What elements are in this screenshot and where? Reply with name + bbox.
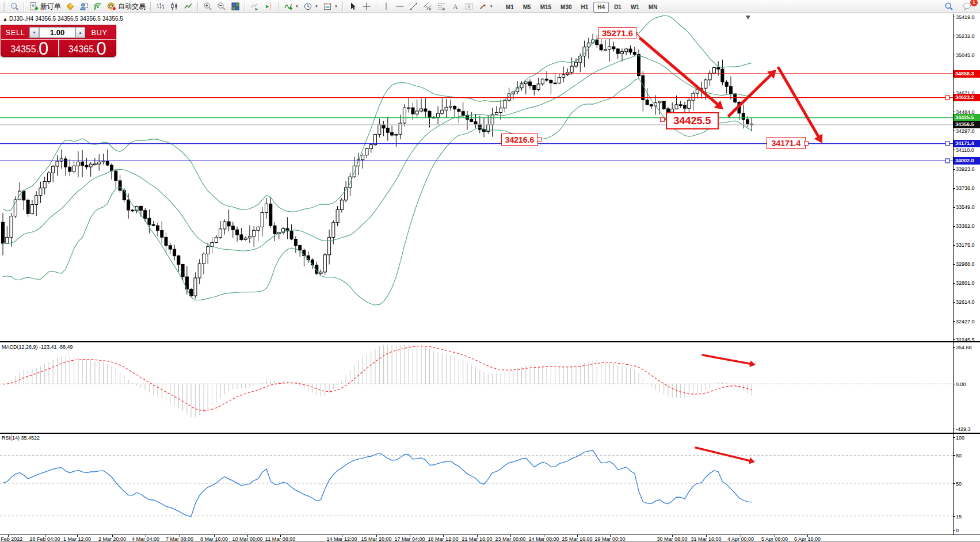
sell-price-big: 0 bbox=[39, 40, 48, 57]
price-annotation-label[interactable]: 34216.6 bbox=[501, 133, 538, 146]
rsi-axis-label: 15 bbox=[956, 514, 962, 520]
search-icon bbox=[944, 2, 954, 11]
timeframe-m30[interactable]: M30 bbox=[556, 2, 575, 13]
price-level-badge: 34002.0 bbox=[954, 157, 980, 165]
bar-chart-button[interactable] bbox=[154, 1, 167, 12]
zoom-out-button[interactable] bbox=[215, 1, 228, 12]
text-label-icon: T bbox=[464, 2, 474, 11]
tile-windows-button[interactable] bbox=[228, 1, 242, 12]
lot-size-input[interactable] bbox=[39, 27, 75, 38]
fibonacci-tool-button[interactable]: F bbox=[434, 1, 448, 12]
lot-decrease-button[interactable]: ▼ bbox=[29, 27, 39, 38]
chart-window-button[interactable] bbox=[7, 1, 21, 12]
price-axis-tick bbox=[953, 321, 955, 322]
collapse-panel-icon[interactable]: ▲ bbox=[3, 17, 7, 22]
price-tick-label: 33175.0 bbox=[956, 242, 975, 248]
text-label-tool-button[interactable]: T bbox=[462, 1, 476, 12]
toolbar-gripper[interactable] bbox=[3, 2, 5, 11]
price-level-badge: 34425.5 bbox=[954, 114, 980, 121]
indicators-icon bbox=[284, 2, 293, 11]
templates-button[interactable]: ▼ bbox=[321, 1, 340, 12]
pane-separator[interactable] bbox=[0, 433, 980, 434]
time-axis-label: 15 Mar 20:00 bbox=[361, 536, 391, 542]
cursor-tool-button[interactable] bbox=[346, 1, 360, 12]
sell-button[interactable]: SELL bbox=[1, 28, 29, 37]
line-chart-button[interactable] bbox=[181, 1, 195, 12]
macd-pane[interactable] bbox=[0, 343, 953, 433]
rsi-axis-tick bbox=[953, 437, 955, 438]
toolbar: 新订单 自动交易 bbox=[0, 0, 980, 13]
timeframe-d1[interactable]: D1 bbox=[610, 2, 626, 13]
buy-price-small: 34365. bbox=[68, 42, 97, 57]
main-chart[interactable] bbox=[0, 14, 953, 341]
zoom-in-button[interactable] bbox=[201, 1, 215, 12]
pane-separator[interactable] bbox=[0, 341, 980, 342]
crosshair-tool-button[interactable] bbox=[360, 1, 373, 12]
rsi-axis-label: 100 bbox=[956, 435, 964, 441]
price-axis-tick bbox=[953, 339, 955, 340]
annotation-handle[interactable] bbox=[804, 141, 809, 146]
fibonacci-icon: F bbox=[437, 2, 446, 11]
rsi-axis-tick bbox=[953, 483, 955, 484]
chart-shift-button[interactable] bbox=[262, 1, 276, 12]
auto-scroll-button[interactable] bbox=[248, 1, 262, 12]
profile-icon bbox=[79, 2, 89, 11]
bar-chart-icon bbox=[156, 2, 165, 11]
search-button[interactable] bbox=[942, 1, 956, 12]
timeframe-h1[interactable]: H1 bbox=[577, 2, 593, 13]
autotrading-button[interactable]: 自动交易 bbox=[105, 1, 148, 12]
toolbar-separator bbox=[498, 2, 499, 12]
time-axis-label: 25 Mar 16:00 bbox=[562, 536, 592, 542]
timeframe-mn[interactable]: MN bbox=[645, 2, 662, 13]
time-axis-label: 17 Mar 04:00 bbox=[394, 536, 425, 542]
price-tick-label: 32614.0 bbox=[956, 299, 975, 305]
rsi-axis-tick bbox=[953, 455, 955, 456]
signals-button[interactable] bbox=[91, 1, 105, 12]
time-axis-label: 23 Mar 00:00 bbox=[495, 536, 525, 542]
periods-button[interactable]: ▼ bbox=[301, 1, 321, 12]
timeframe-w1[interactable]: W1 bbox=[627, 2, 643, 13]
sell-price[interactable]: 34355.0 bbox=[1, 40, 58, 57]
price-annotation-label[interactable]: 35271.6 bbox=[598, 27, 636, 39]
buy-button[interactable]: BUY bbox=[85, 28, 113, 37]
timeframe-m5[interactable]: M5 bbox=[519, 2, 535, 13]
text-icon: A bbox=[451, 2, 460, 11]
auto-scroll-icon bbox=[250, 2, 260, 11]
profile-button[interactable] bbox=[77, 1, 91, 12]
channel-tool-button[interactable]: E bbox=[421, 1, 434, 12]
arrows-tool-button[interactable]: ▼ bbox=[476, 1, 495, 12]
timeframe-m15[interactable]: M15 bbox=[536, 2, 555, 13]
new-order-button[interactable]: 新订单 bbox=[27, 1, 63, 12]
price-level-badge: 34356.5 bbox=[954, 121, 980, 128]
timeframe-h4[interactable]: H4 bbox=[593, 2, 609, 13]
time-axis-label: 4 Mar 04:00 bbox=[132, 536, 159, 542]
time-axis-label: 4 Apr 00:00 bbox=[727, 536, 754, 542]
annotation-handle[interactable] bbox=[660, 117, 665, 122]
buy-price[interactable]: 34365.0 bbox=[58, 40, 116, 57]
indicators-button[interactable]: ▼ bbox=[281, 1, 301, 12]
horizontal-line-tool-button[interactable] bbox=[393, 1, 407, 12]
text-tool-button[interactable]: A bbox=[448, 1, 462, 12]
price-axis-tick bbox=[953, 283, 955, 284]
trendline-tool-button[interactable] bbox=[407, 1, 421, 12]
autotrading-icon bbox=[107, 2, 116, 11]
price-tick-label: 33736.0 bbox=[956, 185, 975, 191]
rsi-pane[interactable] bbox=[0, 434, 953, 535]
chart-mini-icon bbox=[10, 2, 19, 11]
vertical-line-tool-button[interactable] bbox=[379, 1, 393, 12]
price-axis-tick bbox=[953, 131, 955, 131]
price-annotation-label[interactable]: 34425.5 bbox=[666, 112, 719, 129]
annotation-handle[interactable] bbox=[537, 137, 542, 142]
market-watch-button[interactable] bbox=[63, 1, 77, 12]
price-tick-label: 33362.0 bbox=[956, 223, 975, 229]
lot-increase-button[interactable]: ▲ bbox=[75, 27, 85, 38]
symbol-ohlc-line[interactable]: ▲DJ30-,H4 34356.5 34356.5 34356.5 34356.… bbox=[3, 16, 123, 22]
svg-text:F: F bbox=[443, 7, 445, 12]
candlestick-chart-button[interactable] bbox=[167, 1, 181, 12]
timeframe-m1[interactable]: M1 bbox=[502, 2, 518, 13]
new-order-label: 新订单 bbox=[40, 2, 61, 12]
price-annotation-label[interactable]: 34171.4 bbox=[767, 137, 806, 149]
notifications-button[interactable]: 1 bbox=[960, 1, 974, 12]
dropdown-icon: ▼ bbox=[334, 5, 338, 8]
dropdown-icon: ▼ bbox=[295, 5, 299, 8]
